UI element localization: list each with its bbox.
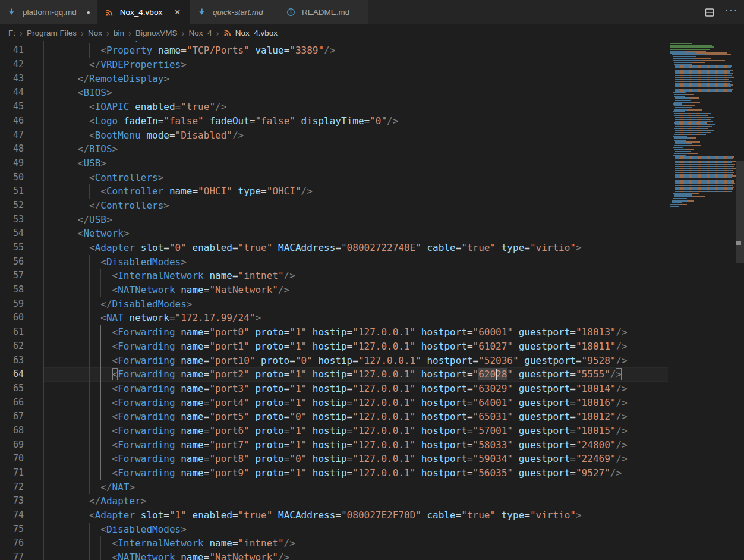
- code-content: <IOAPIC enabled="true"/>: [43, 100, 668, 114]
- chevron-right-icon: ›: [128, 29, 131, 37]
- tab-platform-qq-md[interactable]: platform-qq.md●: [0, 0, 98, 24]
- code-line-52[interactable]: 52 </Controllers>: [0, 199, 744, 213]
- code-line-44[interactable]: 44 <BIOS>: [0, 86, 744, 100]
- code-line-48[interactable]: 48 </BIOS>: [0, 142, 744, 156]
- code-text: </Controllers>: [43, 200, 169, 211]
- code-line-62[interactable]: 62 <Forwarding name="port1" proto="1" ho…: [0, 339, 744, 354]
- line-number: 55: [0, 241, 24, 255]
- code-line-76[interactable]: 76 <InternalNetwork name="intnet"/>: [0, 536, 744, 550]
- code-line-55[interactable]: 55 <Adapter slot="0" enabled="true" MACA…: [0, 241, 744, 255]
- minimap-line: [675, 177, 732, 178]
- code-line-41[interactable]: 41 <Property name="TCP/Ports" value="338…: [0, 43, 744, 58]
- code-content: </Adapter>: [43, 494, 668, 508]
- line-number: 71: [0, 466, 24, 480]
- code-text: <Forwarding name="port6" proto="1" hosti…: [43, 425, 628, 436]
- code-line-60[interactable]: 60 <NAT network="172.17.99/24">: [0, 311, 744, 325]
- minimap-line: [673, 58, 711, 59]
- minimap-line: [675, 164, 735, 165]
- minimap-line: [675, 187, 734, 188]
- code-text: <Logo fadeIn="false" fadeOut="false" dis…: [43, 115, 398, 127]
- code-content: <Forwarding name="port0" proto="1" hosti…: [43, 325, 668, 339]
- code-line-56[interactable]: 56 <DisabledModes>: [0, 255, 744, 269]
- code-line-57[interactable]: 57 <InternalNetwork name="intnet"/>: [0, 269, 744, 283]
- breadcrumb-item[interactable]: Nox_4: [189, 29, 212, 37]
- code-line-73[interactable]: 73 </Adapter>: [0, 494, 744, 508]
- code-line-58[interactable]: 58 <NATNetwork name="NatNetwork"/>: [0, 283, 744, 297]
- code-line-46[interactable]: 46 <Logo fadeIn="false" fadeOut="false" …: [0, 114, 744, 128]
- minimap-line: [675, 183, 735, 184]
- close-tab-icon[interactable]: ✕: [172, 7, 182, 17]
- code-line-66[interactable]: 66 <Forwarding name="port4" proto="1" ho…: [0, 396, 744, 410]
- code-line-63[interactable]: 63 <Forwarding name="port10" proto="0" h…: [0, 354, 744, 368]
- minimap-line: [675, 121, 713, 122]
- minimap-line: [674, 153, 698, 154]
- code-text: <Forwarding name="port4" proto="1" hosti…: [43, 397, 628, 408]
- minimap-line: [670, 51, 706, 52]
- tab-nox-4-vbox[interactable]: Nox_4.vbox✕: [98, 0, 190, 24]
- text-cursor: [496, 369, 497, 380]
- code-content: <Forwarding name="port2" proto="1" hosti…: [43, 367, 668, 382]
- code-line-70[interactable]: 70 <Forwarding name="port8" proto="0" ho…: [0, 452, 744, 466]
- code-text: <Forwarding name="port8" proto="0" hosti…: [43, 453, 628, 464]
- code-line-77[interactable]: 77 <NATNetwork name="NatNetwork"/>: [0, 550, 744, 560]
- minimap[interactable]: [668, 41, 736, 560]
- code-line-64[interactable]: 64 <Forwarding name="port2" proto="1" ho…: [0, 367, 744, 382]
- minimap-line: [675, 86, 731, 87]
- minimap-line: [670, 49, 710, 50]
- code-content: </Controllers>: [43, 199, 668, 213]
- breadcrumb-item[interactable]: F:: [8, 29, 15, 37]
- code-line-74[interactable]: 74 <Adapter slot="1" enabled="true" MACA…: [0, 508, 744, 523]
- minimap-line: [674, 122, 707, 124]
- code-line-45[interactable]: 45 <IOAPIC enabled="true"/>: [0, 100, 744, 114]
- code-line-43[interactable]: 43 </RemoteDisplay>: [0, 72, 744, 86]
- minimap-line: [675, 71, 730, 73]
- code-line-69[interactable]: 69 <Forwarding name="port7" proto="1" ho…: [0, 438, 744, 452]
- code-line-67[interactable]: 67 <Forwarding name="port5" proto="0" ho…: [0, 410, 744, 424]
- breadcrumb-item[interactable]: BignoxVMS: [135, 29, 178, 37]
- line-number: 52: [0, 199, 24, 213]
- code-line-72[interactable]: 72 </NAT>: [0, 480, 744, 495]
- code-line-51[interactable]: 51 <Controller name="OHCI" type="OHCI"/>: [0, 184, 744, 199]
- minimap-line: [675, 172, 734, 173]
- tab-readme-md[interactable]: README.md: [279, 0, 368, 24]
- code-text: <Controller name="OHCI" type="OHCI"/>: [43, 185, 313, 197]
- tab-quick-start-md[interactable]: quick-start.md: [190, 0, 279, 24]
- minimap-line: [674, 196, 705, 197]
- code-line-42[interactable]: 42 </VRDEProperties>: [0, 58, 744, 72]
- minimap-line: [675, 188, 733, 190]
- code-line-54[interactable]: 54 <Network>: [0, 226, 744, 241]
- code-text: <Network>: [43, 228, 130, 239]
- breadcrumb-file[interactable]: Nox_4.vbox: [223, 29, 278, 37]
- modified-dot-icon[interactable]: ●: [87, 9, 90, 15]
- breadcrumb-item[interactable]: Nox: [88, 29, 102, 37]
- code-line-49[interactable]: 49 <USB>: [0, 156, 744, 171]
- code-line-75[interactable]: 75 <DisabledModes>: [0, 523, 744, 537]
- code-line-53[interactable]: 53 </USB>: [0, 213, 744, 227]
- line-number: 73: [0, 494, 24, 508]
- line-number: 61: [0, 325, 24, 339]
- code-line-71[interactable]: 71 <Forwarding name="port9" proto="1" ho…: [0, 466, 744, 480]
- code-text: <Forwarding name="port0" proto="1" hosti…: [43, 326, 628, 338]
- breadcrumb-item[interactable]: bin: [114, 29, 124, 37]
- code-content: <NAT network="172.17.99/24">: [43, 311, 668, 325]
- tab-label: quick-start.md: [210, 8, 266, 17]
- chevron-right-icon: ›: [106, 29, 109, 37]
- breadcrumb-item[interactable]: Program Files: [27, 29, 77, 37]
- code-line-65[interactable]: 65 <Forwarding name="port3" proto="1" ho…: [0, 382, 744, 396]
- code-line-61[interactable]: 61 <Forwarding name="port0" proto="1" ho…: [0, 325, 744, 339]
- more-actions-icon[interactable]: ···: [725, 6, 738, 19]
- code-line-68[interactable]: 68 <Forwarding name="port6" proto="1" ho…: [0, 424, 744, 438]
- code-line-47[interactable]: 47 <BootMenu mode="Disabled"/>: [0, 128, 744, 143]
- code-line-59[interactable]: 59 </DisabledModes>: [0, 297, 744, 312]
- scrollbar-slider[interactable]: [736, 161, 744, 263]
- split-editor-icon[interactable]: [705, 8, 714, 17]
- vertical-scrollbar[interactable]: [736, 41, 744, 560]
- code-line-50[interactable]: 50 <Controllers>: [0, 171, 744, 185]
- code-content: <Forwarding name="port5" proto="0" hosti…: [43, 410, 668, 424]
- chevron-right-icon: ›: [20, 29, 23, 37]
- code-editor[interactable]: 40 <VRDEProperties>41 <Property name="TC…: [0, 41, 744, 560]
- code-content: <Controller name="OHCI" type="OHCI"/>: [43, 184, 668, 199]
- tab-label: platform-qq.md: [20, 8, 79, 17]
- line-number: 66: [0, 396, 24, 410]
- line-number: 51: [0, 184, 24, 199]
